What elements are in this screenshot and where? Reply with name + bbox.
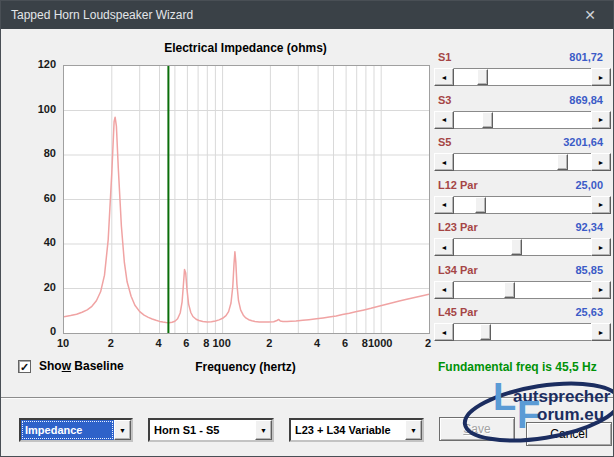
scrollbar-track[interactable] (454, 323, 591, 341)
x-tick-label: 100 (212, 337, 230, 349)
parameter-label: L12 Par (438, 179, 478, 194)
scrollbar-right-arrow-icon[interactable]: ► (591, 68, 611, 86)
parameter-panel: S1801,72◄►S3869,84◄►S53201,64◄►L12 Par25… (434, 29, 611, 364)
x-tick-label: 2 (425, 337, 431, 349)
graph-type-select[interactable]: Impedance ▼ (19, 418, 133, 442)
scrollbar-track[interactable] (454, 281, 591, 299)
x-tick-label: 8 (203, 337, 209, 349)
y-tick-label: 80 (1, 147, 56, 159)
checkbox-label: Show Baseline (39, 359, 124, 373)
horn-config-value: Horn S1 - S5 (150, 420, 255, 440)
parameter-header: S3869,84 (434, 94, 611, 109)
titlebar[interactable]: Tapped Horn Loudspeaker Wizard ✕ (1, 1, 613, 29)
x-tick-label: 4 (155, 337, 161, 349)
y-tick-label: 20 (1, 281, 56, 293)
parameter-value: 801,72 (569, 51, 603, 66)
variable-mode-value: L23 + L34 Variable (291, 420, 405, 440)
impedance-chart (64, 66, 429, 333)
checkbox-icon[interactable]: ✓ (18, 360, 31, 373)
scrollbar-left-arrow-icon[interactable]: ◄ (434, 153, 454, 171)
scrollbar-thumb[interactable] (504, 282, 515, 298)
parameter-header: L12 Par25,00 (434, 179, 611, 194)
close-button[interactable]: ✕ (567, 1, 613, 29)
y-tick-label: 120 (1, 58, 56, 70)
scrollbar-thumb[interactable] (475, 197, 486, 213)
parameter-row: L45 Par25,63◄► (434, 306, 611, 341)
variable-mode-select[interactable]: L23 + L34 Variable ▼ (289, 418, 424, 442)
y-tick-label: 100 (1, 103, 56, 115)
horn-config-select[interactable]: Horn S1 - S5 ▼ (148, 418, 274, 442)
parameter-value: 92,34 (575, 221, 603, 236)
scrollbar-track[interactable] (454, 153, 591, 171)
cancel-button[interactable]: Cancel (526, 422, 612, 446)
scrollbar-left-arrow-icon[interactable]: ◄ (434, 281, 454, 299)
parameter-label: S1 (438, 51, 451, 66)
scrollbar-right-arrow-icon[interactable]: ► (591, 153, 611, 171)
parameter-value: 85,85 (575, 264, 603, 279)
parameter-scrollbar[interactable]: ◄► (434, 68, 611, 86)
show-baseline-checkbox[interactable]: ✓ Show Baseline (18, 359, 124, 373)
parameter-value: 869,84 (569, 94, 603, 109)
parameter-label: L34 Par (438, 264, 478, 279)
y-tick-label: 40 (1, 236, 56, 248)
chevron-down-icon[interactable]: ▼ (255, 420, 272, 440)
wizard-window: Tapped Horn Loudspeaker Wizard ✕ Electri… (0, 0, 614, 457)
save-button[interactable]: Save (439, 417, 515, 441)
x-tick-label: 10 (57, 337, 69, 349)
chevron-down-icon[interactable]: ▼ (114, 420, 131, 440)
parameter-scrollbar[interactable]: ◄► (434, 323, 611, 341)
chevron-down-icon[interactable]: ▼ (405, 420, 422, 440)
parameter-header: L34 Par85,85 (434, 264, 611, 279)
parameter-header: L23 Par92,34 (434, 221, 611, 236)
scrollbar-thumb[interactable] (477, 69, 488, 85)
parameter-value: 25,63 (575, 306, 603, 321)
scrollbar-right-arrow-icon[interactable]: ► (591, 281, 611, 299)
scrollbar-left-arrow-icon[interactable]: ◄ (434, 323, 454, 341)
close-icon: ✕ (584, 7, 596, 23)
parameter-row: L23 Par92,34◄► (434, 221, 611, 256)
parameter-row: L34 Par85,85◄► (434, 264, 611, 299)
scrollbar-thumb[interactable] (511, 239, 522, 255)
parameter-scrollbar[interactable]: ◄► (434, 153, 611, 171)
x-tick-label: 2 (108, 337, 114, 349)
scrollbar-thumb[interactable] (557, 154, 568, 170)
scrollbar-left-arrow-icon[interactable]: ◄ (434, 68, 454, 86)
scrollbar-track[interactable] (454, 196, 591, 214)
parameter-header: S53201,64 (434, 136, 611, 151)
parameter-value: 3201,64 (563, 136, 603, 151)
graph-type-value: Impedance (21, 420, 114, 440)
y-tick-label: 0 (1, 325, 56, 337)
scrollbar-right-arrow-icon[interactable]: ► (591, 238, 611, 256)
x-tick-label: 6 (342, 337, 348, 349)
parameter-row: L12 Par25,00◄► (434, 179, 611, 214)
scrollbar-right-arrow-icon[interactable]: ► (591, 111, 611, 129)
scrollbar-track[interactable] (454, 238, 591, 256)
parameter-scrollbar[interactable]: ◄► (434, 111, 611, 129)
scrollbar-track[interactable] (454, 68, 591, 86)
check-mark-icon: ✓ (20, 361, 29, 373)
scrollbar-thumb[interactable] (480, 324, 491, 340)
x-tick-label: 4 (314, 337, 320, 349)
scrollbar-left-arrow-icon[interactable]: ◄ (434, 238, 454, 256)
parameter-row: S1801,72◄► (434, 51, 611, 86)
x-tick-label: 2 (266, 337, 272, 349)
scrollbar-left-arrow-icon[interactable]: ◄ (434, 111, 454, 129)
parameter-row: S53201,64◄► (434, 136, 611, 171)
parameter-value: 25,00 (575, 179, 603, 194)
parameter-scrollbar[interactable]: ◄► (434, 281, 611, 299)
parameter-label: S3 (438, 94, 451, 109)
scrollbar-track[interactable] (454, 111, 591, 129)
dialog-body: Electrical Impedance (ohms) 102468100246… (1, 29, 613, 456)
parameter-header: S1801,72 (434, 51, 611, 66)
scrollbar-left-arrow-icon[interactable]: ◄ (434, 196, 454, 214)
parameter-row: S3869,84◄► (434, 94, 611, 129)
parameter-scrollbar[interactable]: ◄► (434, 196, 611, 214)
scrollbar-thumb[interactable] (482, 112, 493, 128)
parameter-scrollbar[interactable]: ◄► (434, 238, 611, 256)
chart-title: Electrical Impedance (ohms) (63, 41, 428, 55)
scrollbar-right-arrow-icon[interactable]: ► (591, 323, 611, 341)
cancel-button-label: Cancel (550, 427, 587, 441)
x-tick-label: 1000 (368, 337, 392, 349)
parameter-label: S5 (438, 136, 451, 151)
scrollbar-right-arrow-icon[interactable]: ► (591, 196, 611, 214)
